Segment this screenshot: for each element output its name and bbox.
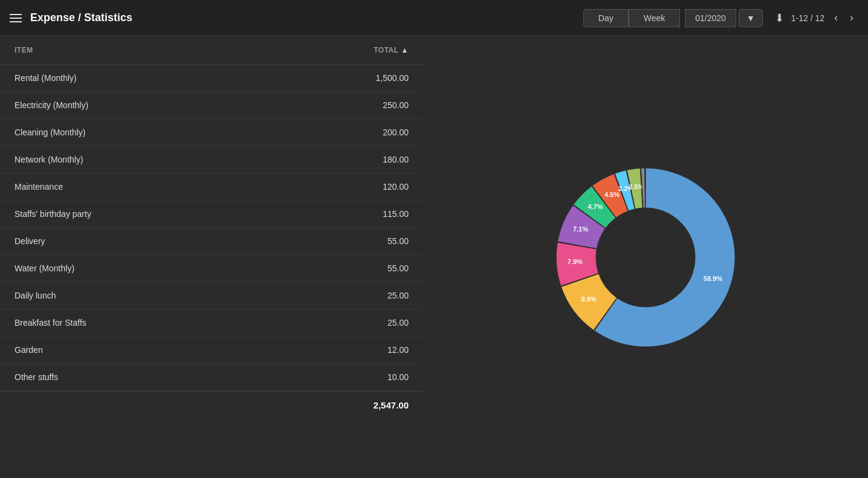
row-item-total: 25.00 <box>336 318 409 328</box>
row-item-total: 250.00 <box>336 100 409 110</box>
menu-icon[interactable] <box>10 14 22 22</box>
row-item-name: Electricity (Monthly) <box>15 100 336 110</box>
row-item-name: Breakfast for Staffs <box>15 318 336 328</box>
row-item-name: Garden <box>15 345 336 355</box>
donut-chart: 58.9%9.8%7.9%7.1%4.7%4.5%2.2%2.5% <box>537 149 754 366</box>
row-item-name: Staffs' birthday party <box>15 209 336 219</box>
row-item-total: 120.00 <box>336 182 409 192</box>
date-picker[interactable]: 01/2020 <box>685 9 736 27</box>
row-item-total: 180.00 <box>336 155 409 164</box>
page-title: Expense / Statistics <box>30 11 583 24</box>
table-row[interactable]: Maintenance 120.00 <box>0 173 423 201</box>
app-header: Expense / Statistics Day Week 01/2020 ▼ … <box>0 0 868 36</box>
page-info: 1-12 / 12 <box>791 13 824 23</box>
table-row[interactable]: Garden 12.00 <box>0 337 423 364</box>
row-item-name: Other stuffs <box>15 372 336 382</box>
table-row[interactable]: Network (Monthly) 180.00 <box>0 146 423 173</box>
tab-week[interactable]: Week <box>629 9 681 27</box>
row-item-total: 25.00 <box>336 291 409 300</box>
chart-section: 58.9%9.8%7.9%7.1%4.7%4.5%2.2%2.5% <box>423 36 868 478</box>
row-item-name: Delivery <box>15 236 336 246</box>
table-row[interactable]: Delivery 55.00 <box>0 228 423 255</box>
row-item-total: 55.00 <box>336 263 409 273</box>
table-row[interactable]: Electricity (Monthly) 250.00 <box>0 92 423 119</box>
svg-text:58.9%: 58.9% <box>704 274 722 282</box>
table-row[interactable]: Staffs' birthday party 115.00 <box>0 201 423 228</box>
table-row[interactable]: Other stuffs 10.00 <box>0 364 423 391</box>
column-total-header: TOTAL ▲ <box>336 46 409 54</box>
sort-icon: ▲ <box>401 46 409 54</box>
table-row[interactable]: Water (Monthly) 55.00 <box>0 255 423 282</box>
filter-icon[interactable]: ▼ <box>739 9 763 27</box>
row-item-name: Network (Monthly) <box>15 155 336 164</box>
row-item-name: Daily lunch <box>15 291 336 300</box>
row-item-total: 1,500.00 <box>336 73 409 83</box>
grand-total: 2,547.00 <box>336 400 409 410</box>
row-item-total: 12.00 <box>336 345 409 355</box>
svg-text:7.9%: 7.9% <box>568 258 583 265</box>
row-item-total: 55.00 <box>336 236 409 246</box>
table-footer: 2,547.00 <box>0 391 423 419</box>
column-item-header: ITEM <box>15 46 336 54</box>
svg-text:4.5%: 4.5% <box>604 190 620 198</box>
table-row[interactable]: Breakfast for Staffs 25.00 <box>0 309 423 337</box>
row-item-name: Water (Monthly) <box>15 263 336 273</box>
pagination-controls: 1-12 / 12 ‹ › <box>791 9 858 27</box>
row-item-total: 200.00 <box>336 128 409 137</box>
expense-table: ITEM TOTAL ▲ Rental (Monthly) 1,500.00 E… <box>0 36 423 478</box>
svg-text:4.7%: 4.7% <box>588 203 603 210</box>
table-body: Rental (Monthly) 1,500.00 Electricity (M… <box>0 65 423 391</box>
tab-day[interactable]: Day <box>583 9 629 27</box>
row-item-name: Maintenance <box>15 182 336 192</box>
download-icon[interactable]: ⬇ <box>768 8 791 28</box>
donut-svg: 58.9%9.8%7.9%7.1%4.7%4.5%2.2%2.5% <box>537 149 754 366</box>
prev-page-button[interactable]: ‹ <box>829 9 843 27</box>
table-row[interactable]: Rental (Monthly) 1,500.00 <box>0 65 423 92</box>
row-item-total: 10.00 <box>336 372 409 382</box>
table-row[interactable]: Daily lunch 25.00 <box>0 282 423 309</box>
table-row[interactable]: Cleaning (Monthly) 200.00 <box>0 119 423 146</box>
row-item-name: Cleaning (Monthly) <box>15 128 336 137</box>
table-header-row: ITEM TOTAL ▲ <box>0 36 423 65</box>
svg-text:9.8%: 9.8% <box>581 295 597 302</box>
next-page-button[interactable]: › <box>845 9 858 27</box>
row-item-name: Rental (Monthly) <box>15 73 336 83</box>
svg-text:7.1%: 7.1% <box>573 225 588 232</box>
svg-point-8 <box>597 209 694 306</box>
tab-group: Day Week 01/2020 ▼ ⬇ <box>583 8 791 28</box>
row-item-total: 115.00 <box>336 209 409 219</box>
content-area: ITEM TOTAL ▲ Rental (Monthly) 1,500.00 E… <box>0 36 868 478</box>
